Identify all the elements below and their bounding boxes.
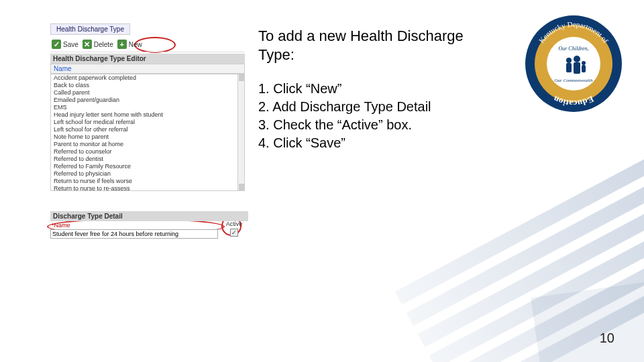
discharge-type-list[interactable]: Accident paperwork completedBack to clas… — [50, 74, 245, 191]
save-button[interactable]: ✓ Save — [52, 40, 78, 49]
list-item[interactable]: Referred to Family Resource — [51, 163, 244, 170]
save-label: Save — [63, 41, 78, 48]
list-item[interactable]: Left school for medical referral — [51, 119, 244, 126]
toolbar: ✓ Save ✕ Delete + New — [50, 37, 245, 52]
new-icon: + — [117, 40, 127, 49]
instructions-title: To add a new Health Discharge Type: — [258, 27, 500, 64]
instruction-step: 1. Click “New” — [258, 80, 500, 98]
seal-inner-bottom: Our Commonwealth — [555, 78, 593, 83]
svg-point-7 — [574, 56, 580, 62]
list-item[interactable]: Emailed parent/guardian — [51, 97, 244, 104]
list-item[interactable]: Return to nurse to re-assess — [51, 185, 244, 191]
list-item[interactable]: Accident paperwork completed — [51, 74, 244, 82]
list-item[interactable]: Referred to dentist — [51, 156, 244, 163]
discharge-type-detail: Discharge Type Detail *Name Active ✓ — [50, 211, 248, 239]
list-item[interactable]: Note home to parent — [51, 133, 244, 141]
list-item[interactable]: Parent to monitor at home — [51, 141, 244, 148]
name-column-header: Name — [50, 64, 245, 74]
page-number: 10 — [600, 330, 614, 346]
app-screenshot: Health Discharge Type ✓ Save ✕ Delete + … — [50, 23, 245, 239]
detail-header: Discharge Type Detail — [50, 211, 248, 221]
list-item[interactable]: Back to class — [51, 82, 244, 89]
svg-rect-6 — [566, 63, 572, 72]
window-tab-title: Health Discharge Type — [50, 23, 130, 35]
list-item[interactable]: EMS — [51, 104, 244, 111]
list-item[interactable]: Return to nurse if feels worse — [51, 178, 244, 185]
active-label: Active — [223, 221, 245, 227]
list-item[interactable]: Called parent — [51, 89, 244, 97]
active-checkbox[interactable]: ✓ — [230, 229, 238, 237]
delete-icon: ✕ — [83, 40, 92, 49]
instruction-step: 4. Click “Save” — [258, 134, 500, 152]
detail-name-input[interactable] — [50, 229, 218, 239]
save-icon: ✓ — [52, 40, 61, 49]
svg-rect-10 — [582, 65, 586, 72]
instruction-step: 3. Check the “Active” box. — [258, 116, 500, 134]
delete-button[interactable]: ✕ Delete — [83, 40, 113, 49]
list-item[interactable]: Referred to counselor — [51, 148, 244, 156]
delete-label: Delete — [94, 41, 113, 48]
svg-point-5 — [566, 58, 572, 63]
svg-rect-8 — [574, 62, 580, 74]
detail-name-label: *Name — [50, 221, 248, 229]
seal-inner-top: Our Children, — [558, 46, 588, 52]
new-label: New — [129, 41, 142, 48]
list-item[interactable]: Left school for other referral — [51, 126, 244, 133]
scrollbar[interactable] — [237, 74, 244, 190]
instructions-block: To add a new Health Discharge Type: 1. C… — [258, 27, 500, 152]
svg-point-9 — [582, 61, 586, 65]
list-item[interactable]: Referred to physician — [51, 170, 244, 178]
instruction-step: 2. Add Discharge Type Detail — [258, 98, 500, 116]
kde-seal: Kentucky Department of Education Our Chi… — [523, 13, 624, 114]
editor-header: Health Discharge Type Editor — [50, 54, 245, 64]
new-button[interactable]: + New — [117, 40, 142, 49]
list-item[interactable]: Head injury letter sent home with studen… — [51, 111, 244, 119]
